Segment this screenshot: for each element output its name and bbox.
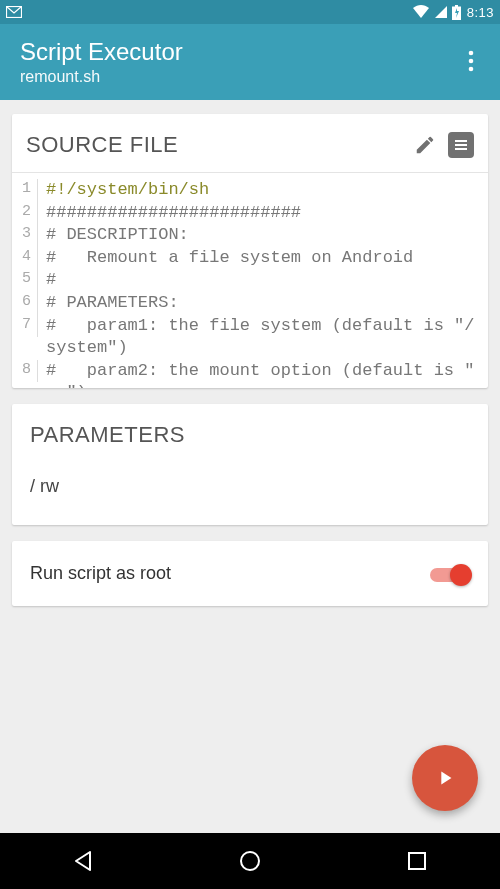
svg-point-3 <box>469 51 474 56</box>
gmail-icon <box>6 6 22 18</box>
code-line: 4# Remount a file system on Android <box>18 247 478 270</box>
view-mode-button[interactable] <box>448 132 474 158</box>
code-line: 7# param1: the file system (default is "… <box>18 315 478 338</box>
content-area: SOURCE FILE 1#!/system/bin/sh2##########… <box>0 100 500 833</box>
svg-point-4 <box>469 59 474 64</box>
nav-back-button[interactable] <box>53 841 113 881</box>
play-icon <box>434 767 456 789</box>
cell-signal-icon <box>434 5 448 19</box>
svg-rect-7 <box>455 144 467 146</box>
parameters-value: / rw <box>30 476 470 497</box>
code-line: 2######################### <box>18 202 478 225</box>
code-line: 8# param2: the mount option (default is … <box>18 360 478 383</box>
source-file-card: SOURCE FILE 1#!/system/bin/sh2##########… <box>12 114 488 388</box>
source-file-header: SOURCE FILE <box>26 132 408 158</box>
status-time: 8:13 <box>467 5 494 20</box>
svg-rect-8 <box>455 148 467 150</box>
svg-rect-2 <box>455 5 458 7</box>
back-icon <box>70 848 96 874</box>
parameters-card[interactable]: PARAMETERS / rw <box>12 404 488 525</box>
svg-rect-10 <box>409 853 425 869</box>
svg-rect-1 <box>452 6 461 20</box>
battery-icon <box>452 5 461 20</box>
code-line: 7system") <box>18 337 478 360</box>
home-icon <box>237 848 263 874</box>
switch-thumb <box>450 564 472 586</box>
edit-button[interactable] <box>408 128 442 162</box>
code-line: 5# <box>18 269 478 292</box>
app-subtitle: remount.sh <box>20 68 183 86</box>
code-line: 8rw") <box>18 382 478 388</box>
svg-point-5 <box>469 67 474 72</box>
app-bar: Script Executor remount.sh <box>0 24 500 100</box>
run-as-root-label: Run script as root <box>30 563 430 584</box>
app-title: Script Executor <box>20 38 183 66</box>
recent-icon <box>405 849 429 873</box>
code-line: 3# DESCRIPTION: <box>18 224 478 247</box>
parameters-header: PARAMETERS <box>30 422 470 448</box>
wifi-icon <box>412 5 430 19</box>
overflow-menu-button[interactable] <box>456 46 486 76</box>
run-as-root-card: Run script as root <box>12 541 488 606</box>
lines-icon <box>454 138 468 152</box>
code-viewer[interactable]: 1#!/system/bin/sh2######################… <box>12 172 488 388</box>
pencil-icon <box>414 134 436 156</box>
navigation-bar <box>0 833 500 889</box>
nav-recent-button[interactable] <box>387 841 447 881</box>
nav-home-button[interactable] <box>220 841 280 881</box>
svg-rect-6 <box>455 140 467 142</box>
run-as-root-switch[interactable] <box>430 564 470 584</box>
status-bar: 8:13 <box>0 0 500 24</box>
code-line: 1#!/system/bin/sh <box>18 179 478 202</box>
svg-point-9 <box>241 852 259 870</box>
code-line: 6# PARAMETERS: <box>18 292 478 315</box>
run-script-fab[interactable] <box>412 745 478 811</box>
more-vert-icon <box>468 50 474 72</box>
